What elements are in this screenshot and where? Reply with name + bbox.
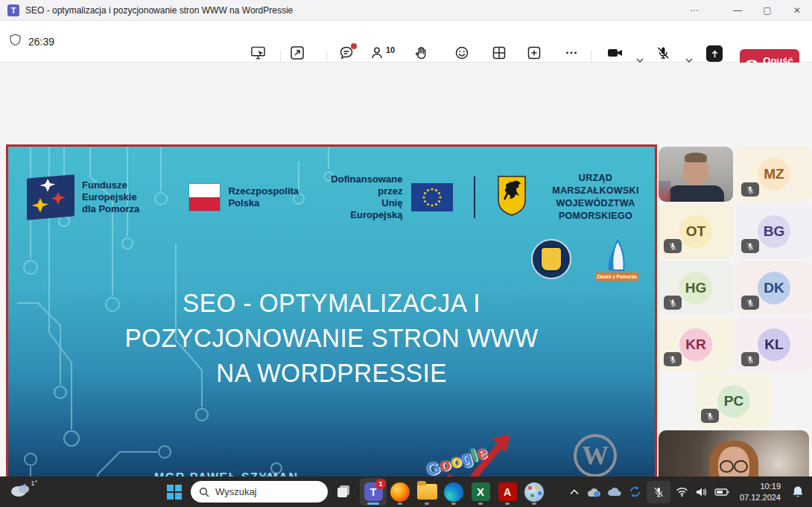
participant-tile[interactable]: DK bbox=[736, 261, 812, 315]
muted-mic-icon bbox=[741, 296, 759, 310]
avatar: BG bbox=[758, 215, 790, 248]
avatar: HG bbox=[679, 272, 712, 304]
logo-divider bbox=[474, 176, 475, 218]
meeting-stage: Fundusze Europejskie dla Pomorza Rzeczpo… bbox=[0, 63, 812, 476]
start-button[interactable] bbox=[165, 483, 183, 501]
chat-notification-dot bbox=[351, 43, 357, 49]
tray-notification-bell-icon[interactable] bbox=[787, 476, 809, 507]
tray-volume-icon[interactable] bbox=[692, 476, 712, 507]
teams-app-icon: T bbox=[7, 4, 19, 16]
zdolni-z-pomorza-logo: Zdolni z Pomorza bbox=[595, 239, 638, 284]
tray-mic-muted-icon[interactable] bbox=[647, 481, 670, 503]
poland-flag bbox=[188, 183, 221, 211]
participant-tile[interactable]: KL bbox=[736, 317, 812, 372]
poland-label: Rzeczpospolita Polska bbox=[228, 185, 299, 210]
tray-clock[interactable]: 10:19 07.12.2024 bbox=[740, 481, 781, 503]
task-view-button[interactable] bbox=[335, 483, 353, 501]
window-more-icon[interactable]: ⋯ bbox=[679, 0, 709, 21]
participant-tile[interactable]: PC bbox=[696, 374, 772, 428]
muted-mic-icon bbox=[741, 239, 759, 253]
taskbar-teams-icon[interactable]: T 1 bbox=[360, 478, 387, 506]
taskbar-paint-icon[interactable] bbox=[521, 478, 548, 506]
tray-time: 10:19 bbox=[740, 481, 781, 492]
tray-onedrive-icon[interactable] bbox=[605, 476, 625, 507]
tray-sync-icon[interactable] bbox=[625, 476, 645, 507]
muted-mic-icon bbox=[741, 352, 759, 366]
eu-funds-label: Fundusze Europejskie dla Pomorza bbox=[82, 179, 160, 216]
teams-meeting-window: T SEO - optymalizacja i pozycjonowanie s… bbox=[0, 0, 812, 507]
avatar: KR bbox=[679, 328, 712, 361]
window-titlebar: T SEO - optymalizacja i pozycjonowanie s… bbox=[0, 0, 812, 21]
avatar: PC bbox=[717, 385, 750, 418]
meeting-toolbar: 26:39 Steruj Nowe okno Czat 10 Osoby bbox=[0, 21, 812, 63]
muted-mic-icon bbox=[701, 409, 719, 423]
tray-cloud-info-icon[interactable]: i bbox=[585, 476, 605, 507]
tray-chevron-icon[interactable] bbox=[565, 476, 585, 507]
muted-mic-icon bbox=[664, 239, 682, 253]
avatar: KL bbox=[758, 328, 790, 361]
taskbar-edge-icon[interactable] bbox=[440, 478, 467, 506]
muted-mic-icon bbox=[741, 182, 759, 197]
participant-shirt bbox=[667, 185, 724, 202]
taskbar-acrobat-icon[interactable]: A bbox=[494, 478, 521, 506]
zdolni-z-pomorza-label: Zdolni z Pomorza bbox=[595, 272, 638, 281]
taskbar-explorer-icon[interactable] bbox=[413, 478, 440, 506]
shield-icon bbox=[9, 33, 22, 50]
teams-notification-badge: 1 bbox=[375, 479, 386, 489]
svg-text:i: i bbox=[597, 492, 597, 497]
avatar: OT bbox=[679, 215, 712, 248]
window-maximize-icon[interactable]: ▢ bbox=[752, 0, 782, 21]
window-minimize-icon[interactable]: — bbox=[723, 0, 752, 21]
participant-glasses bbox=[719, 460, 749, 471]
search-placeholder: Wyszukaj bbox=[215, 486, 257, 497]
search-icon bbox=[199, 487, 209, 497]
tray-wifi-icon[interactable] bbox=[672, 476, 692, 507]
video-background-detail bbox=[659, 181, 670, 202]
wordpress-w-icon: W bbox=[574, 434, 617, 477]
tray-date: 07.12.2024 bbox=[740, 492, 781, 503]
participant-tile[interactable]: MZ bbox=[736, 147, 812, 202]
partner-logos: Zdolni z Pomorza bbox=[531, 239, 638, 284]
participant-tile[interactable]: HG bbox=[659, 261, 733, 315]
shared-screen-slide: Fundusze Europejskie dla Pomorza Rzeczpo… bbox=[6, 144, 657, 507]
pomorskie-crest bbox=[496, 175, 527, 220]
taskbar-firefox-icon[interactable] bbox=[387, 478, 413, 506]
eu-funding-label: Dofinansowane przez Unię Europejską bbox=[327, 173, 402, 222]
taskbar-apps: T 1 X A bbox=[360, 478, 548, 506]
avatar: DK bbox=[758, 272, 790, 304]
tray-battery-icon[interactable] bbox=[712, 476, 732, 507]
muted-mic-icon bbox=[664, 296, 682, 310]
eu-flag bbox=[411, 183, 453, 211]
weather-widget[interactable]: 1° bbox=[9, 480, 36, 503]
share-icon bbox=[706, 45, 723, 62]
participant-tile[interactable]: KR bbox=[659, 317, 733, 372]
system-tray: i 10:19 07.12.2024 bbox=[565, 476, 812, 507]
uniwersytet-morski-gdynia-logo bbox=[531, 239, 571, 279]
muted-mic-icon bbox=[664, 352, 682, 366]
window-close-icon[interactable]: ✕ bbox=[782, 0, 812, 21]
meeting-timer: 26:39 bbox=[28, 36, 54, 48]
participant-tile[interactable]: BG bbox=[736, 204, 812, 258]
participant-face bbox=[683, 154, 708, 185]
marshal-office-label: URZĄD MARSZAŁKOWSKI WOJEWÓDZTWA POMORSKI… bbox=[536, 172, 655, 223]
eu-funds-logo bbox=[27, 174, 74, 220]
taskbar-excel-icon[interactable]: X bbox=[467, 478, 494, 506]
window-title: SEO - optymalizacja i pozycjonowanie str… bbox=[25, 5, 293, 16]
windows-taskbar: 1° Wyszukaj T 1 X A bbox=[0, 476, 812, 507]
avatar: MZ bbox=[758, 158, 790, 191]
weather-temperature: 1° bbox=[31, 479, 37, 487]
slide-title: SEO - OPTYMALIZACJA I POZYCJONOWANIE STR… bbox=[25, 285, 639, 390]
participant-tile[interactable]: OT bbox=[659, 204, 733, 258]
search-input[interactable]: Wyszukaj bbox=[191, 481, 328, 503]
funding-logos-row: Fundusze Europejskie dla Pomorza Rzeczpo… bbox=[27, 174, 655, 220]
active-app-indicator bbox=[367, 503, 379, 505]
participant-video-tile[interactable] bbox=[659, 147, 733, 202]
